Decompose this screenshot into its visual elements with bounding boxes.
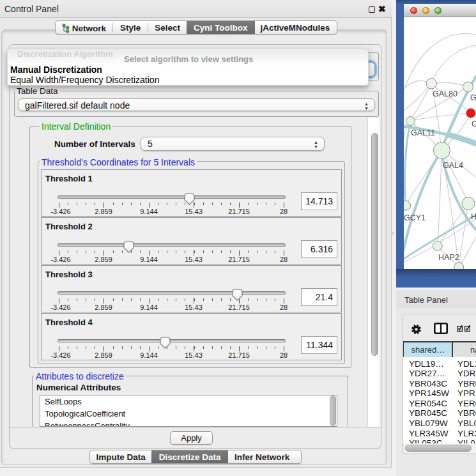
svg-text:HAP2: HAP2 bbox=[438, 253, 459, 262]
svg-text:GAL4: GAL4 bbox=[443, 161, 463, 170]
svg-text:G: G bbox=[470, 93, 476, 102]
svg-text:H: H bbox=[471, 212, 476, 221]
svg-text:GCY1: GCY1 bbox=[404, 213, 426, 222]
svg-text:GAL11: GAL11 bbox=[411, 128, 435, 137]
svg-text:C: C bbox=[472, 119, 476, 128]
svg-text:GAL80: GAL80 bbox=[433, 89, 457, 98]
